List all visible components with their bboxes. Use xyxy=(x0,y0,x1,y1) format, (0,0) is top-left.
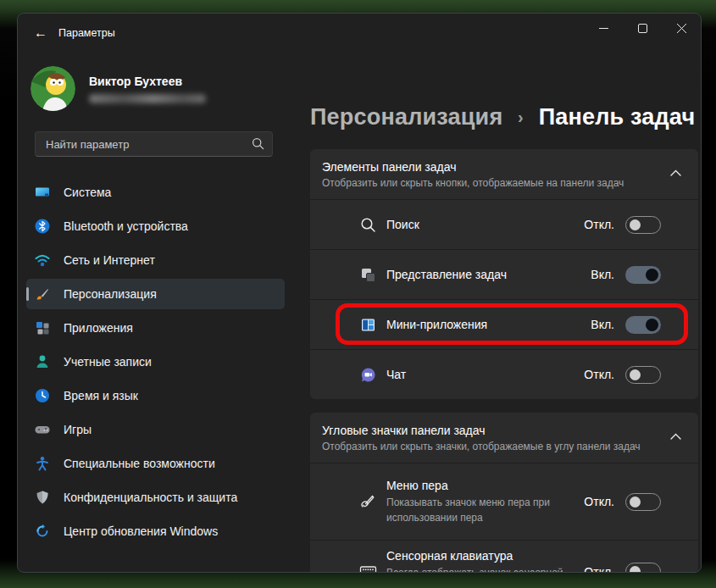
close-icon xyxy=(677,24,686,33)
sidebar-item-privacy[interactable]: Конфиденциальность и защита xyxy=(26,482,285,513)
touch-keyboard-icon xyxy=(358,563,377,573)
widgets-icon xyxy=(358,317,377,333)
chevron-up-icon[interactable] xyxy=(670,169,681,176)
section-taskbar-items: Элементы панели задач Отобразить или скр… xyxy=(310,149,698,399)
section-header[interactable]: Элементы панели задач Отобразить или скр… xyxy=(310,149,698,199)
sidebar-item-label: Сеть и Интернет xyxy=(64,253,155,267)
page-title: Панель задач xyxy=(539,104,696,130)
search-box xyxy=(35,131,273,157)
maximize-button[interactable] xyxy=(623,14,662,42)
chat-icon xyxy=(358,367,377,383)
toggle-state-label: Откл. xyxy=(584,565,614,574)
sidebar-item-windows-update[interactable]: Центр обновления Windows xyxy=(26,516,285,546)
task-view-icon xyxy=(358,267,377,283)
close-button[interactable] xyxy=(662,14,701,42)
toggle-knob xyxy=(646,319,658,331)
apps-icon xyxy=(34,319,51,336)
user-name: Виктор Бухтеев xyxy=(89,75,206,88)
search-input[interactable] xyxy=(35,131,273,157)
sidebar-item-label: Учетные записи xyxy=(64,355,152,369)
sidebar-item-system[interactable]: Система xyxy=(26,177,285,208)
sidebar-item-label: Центр обновления Windows xyxy=(64,524,218,538)
setting-description: Всегда отображать значок сенсорной клави… xyxy=(386,566,569,573)
time-language-icon xyxy=(34,387,51,404)
section-title: Угловые значки панели задач xyxy=(322,424,661,437)
section-header[interactable]: Угловые значки панели задач Отобразить и… xyxy=(310,413,698,463)
search-icon xyxy=(252,137,264,150)
sidebar-item-accessibility[interactable]: Специальные возможности xyxy=(26,448,285,479)
sidebar-item-bluetooth[interactable]: Bluetooth и устройства xyxy=(26,211,285,241)
chevron-up-icon[interactable] xyxy=(670,433,681,440)
minimize-icon xyxy=(599,24,608,33)
maximize-icon xyxy=(638,24,647,33)
toggle-knob xyxy=(630,496,641,508)
settings-window: ← Параметры xyxy=(17,13,702,573)
back-button[interactable]: ← xyxy=(26,20,55,46)
personalization-icon xyxy=(34,286,51,302)
toggle-switch[interactable] xyxy=(625,563,661,573)
sidebar-item-apps[interactable]: Приложения xyxy=(26,313,285,343)
accounts-icon xyxy=(34,353,51,370)
sidebar-item-time-language[interactable]: Время и язык xyxy=(26,380,285,411)
toggle-state-label: Откл. xyxy=(584,368,614,381)
section-subtitle: Отобразить или скрыть значки, отображаем… xyxy=(322,441,661,452)
sidebar: Виктор Бухтеев С xyxy=(18,53,293,573)
sidebar-item-label: Специальные возможности xyxy=(64,457,215,470)
setting-label: Поиск xyxy=(386,218,419,231)
toggle-state-label: Вкл. xyxy=(591,268,614,281)
title-bar: ← Параметры xyxy=(18,14,701,53)
user-email-blurred xyxy=(89,94,206,103)
toggle-knob xyxy=(646,269,658,281)
toggle-switch[interactable] xyxy=(625,316,661,334)
breadcrumb-separator: › xyxy=(518,108,524,126)
setting-label: Мини-приложения xyxy=(386,318,487,331)
sidebar-item-network[interactable]: Сеть и Интернет xyxy=(26,245,285,275)
toggle-switch[interactable] xyxy=(625,366,661,384)
setting-label: Меню пера xyxy=(386,479,448,492)
setting-description: Показывать значок меню пера при использо… xyxy=(386,496,569,525)
toggle-switch[interactable] xyxy=(625,266,661,284)
user-profile[interactable]: Виктор Бухтеев xyxy=(31,66,293,111)
network-icon xyxy=(34,252,51,269)
sidebar-item-accounts[interactable]: Учетные записи xyxy=(26,347,285,377)
games-icon xyxy=(34,421,51,438)
setting-row-chat: Чат Откл. xyxy=(310,349,698,399)
sidebar-item-label: Приложения xyxy=(64,321,133,335)
toggle-state-label: Откл. xyxy=(584,495,614,508)
toggle-switch[interactable] xyxy=(625,216,661,234)
section-title: Элементы панели задач xyxy=(322,160,661,174)
sidebar-item-games[interactable]: Игры xyxy=(26,414,285,445)
windows-update-icon xyxy=(34,523,51,540)
toggle-switch[interactable] xyxy=(625,493,661,511)
window-controls xyxy=(584,14,701,42)
sidebar-item-label: Система xyxy=(64,186,111,199)
section-subtitle: Отобразить или скрыть кнопки, отображаем… xyxy=(322,177,661,189)
section-taskbar-corner-icons: Угловые значки панели задач Отобразить и… xyxy=(310,413,698,573)
sidebar-item-label: Bluetooth и устройства xyxy=(64,219,188,233)
toggle-knob xyxy=(630,369,641,380)
setting-row-touch-keyboard: Сенсорная клавиатура Всегда отображать з… xyxy=(310,540,698,573)
sidebar-item-label: Игры xyxy=(64,423,92,436)
sidebar-item-personalization[interactable]: Персонализация xyxy=(26,279,285,309)
setting-row-widgets: Мини-приложения Вкл. xyxy=(310,299,698,349)
breadcrumb-parent[interactable]: Персонализация xyxy=(310,104,502,130)
setting-row-search: Поиск Откл. xyxy=(310,199,698,249)
setting-label: Представление задач xyxy=(386,268,507,281)
setting-label: Сенсорная клавиатура xyxy=(386,549,513,563)
toggle-state-label: Вкл. xyxy=(591,318,614,331)
setting-label: Чат xyxy=(386,368,406,381)
sidebar-nav: Система Bluetooth и устройства xyxy=(18,177,293,546)
toggle-state-label: Откл. xyxy=(584,218,614,231)
privacy-icon xyxy=(34,489,51,506)
sidebar-item-label: Персонализация xyxy=(64,287,157,301)
toggle-knob xyxy=(630,219,641,230)
accessibility-icon xyxy=(34,455,51,472)
pen-menu-icon xyxy=(358,493,377,510)
breadcrumb: Персонализация › Панель задач xyxy=(310,104,698,130)
avatar xyxy=(31,66,75,111)
window-title: Параметры xyxy=(58,27,115,39)
main-content: Персонализация › Панель задач Элементы п… xyxy=(293,53,702,573)
setting-row-pen-menu: Меню пера Показывать значок меню пера пр… xyxy=(310,463,698,540)
minimize-button[interactable] xyxy=(584,14,623,42)
bluetooth-icon xyxy=(34,218,51,235)
